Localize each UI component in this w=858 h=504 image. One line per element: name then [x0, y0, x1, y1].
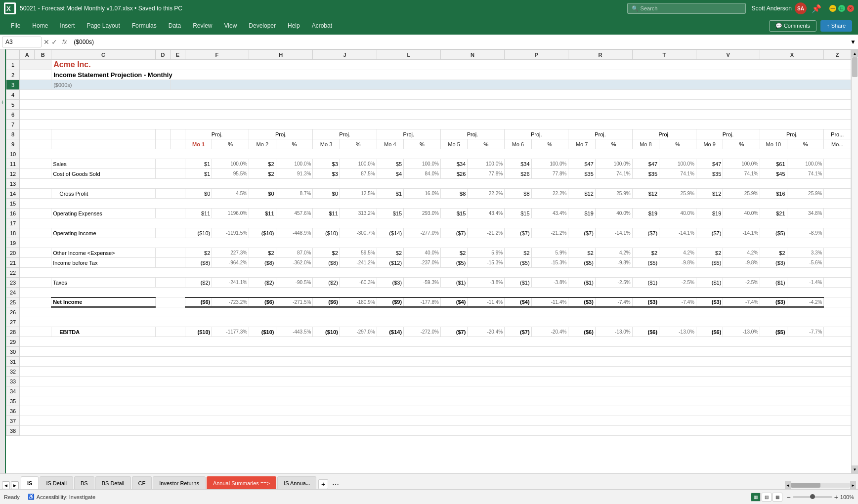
search-box[interactable]: 🔍 Search — [627, 3, 746, 14]
accept-formula-icon[interactable]: ✓ — [51, 38, 57, 46]
cell-reference-box[interactable]: A3 — [2, 37, 42, 47]
table-row: 5 — [6, 100, 851, 110]
proj-header-mo5: Proj. — [440, 129, 504, 139]
scroll-left-button[interactable]: ◄ — [785, 481, 791, 489]
tab-nav-left[interactable]: ◄ — [2, 481, 10, 489]
col-header-no[interactable]: N — [440, 50, 504, 60]
h-scroll-track[interactable] — [791, 483, 850, 488]
maximize-button[interactable]: □ — [838, 5, 845, 12]
formula-controls: ✕ ✓ fx — [43, 38, 70, 46]
sheet-tab-is-detail[interactable]: IS Detail — [40, 476, 73, 489]
sales-label: Sales — [51, 159, 156, 169]
ribbon-pin-icon[interactable]: 📌 — [812, 4, 821, 13]
tab-page-layout[interactable]: Page Layout — [82, 19, 125, 32]
tab-acrobat[interactable]: Acrobat — [307, 19, 337, 32]
col-header-d[interactable]: D — [156, 50, 171, 60]
cancel-formula-icon[interactable]: ✕ — [43, 38, 49, 46]
sales-mo10-pct: 100.0% — [787, 159, 824, 169]
tab-file[interactable]: File — [6, 19, 25, 32]
proj-header-mo1: Proj. — [185, 129, 249, 139]
zoom-out-button[interactable]: − — [786, 493, 790, 501]
proj-header-mo3: Proj. — [313, 129, 377, 139]
page-break-view-button[interactable]: ▩ — [772, 493, 782, 502]
scroll-thumb[interactable] — [852, 57, 858, 77]
table-row: 27 — [6, 317, 851, 327]
zoom-slider-thumb[interactable] — [810, 494, 815, 499]
col-header-hi[interactable]: H — [249, 50, 313, 60]
sales-mo7-pct: 100.0% — [595, 159, 632, 169]
ribbon: File Home Insert Page Layout Formulas Da… — [0, 17, 858, 35]
col-header-tu[interactable]: T — [632, 50, 696, 60]
cogs-mo1-pct: 95.5% — [212, 169, 249, 179]
table-row: 31 — [6, 357, 851, 367]
tab-nav-right[interactable]: ► — [11, 481, 19, 489]
comments-button[interactable]: 💬 Comments — [769, 20, 816, 32]
tab-view[interactable]: View — [219, 19, 242, 32]
tab-help[interactable]: Help — [283, 19, 305, 32]
status-bar: Ready ♿ Accessibility: Investigate ▦ ▤ ▩… — [0, 489, 858, 504]
sheet-tab-bs-detail[interactable]: BS Detail — [95, 476, 131, 489]
page-layout-view-button[interactable]: ▤ — [762, 493, 772, 502]
sales-mo9-pct: 100.0% — [723, 159, 760, 169]
table-row: 18 Operating Income ($10) -1191.5% ($10)… — [6, 228, 851, 238]
horizontal-scrollbar[interactable]: ◄ ► — [785, 481, 856, 489]
scroll-up-button[interactable]: ▲ — [852, 49, 858, 57]
units-cell[interactable]: ($000s) — [51, 80, 171, 90]
col-header-lm[interactable]: L — [377, 50, 440, 60]
tab-insert[interactable]: Insert — [55, 19, 80, 32]
pct-label-mo1: % — [212, 139, 249, 149]
vertical-scrollbar[interactable]: ▲ ▼ — [851, 49, 858, 473]
col-header-e[interactable]: E — [170, 50, 185, 60]
close-button[interactable]: ✕ — [847, 5, 854, 12]
formula-input[interactable] — [72, 37, 848, 47]
col-header-pq[interactable]: P — [505, 50, 568, 60]
sheet-tab-is-annual[interactable]: IS Annua... — [277, 476, 316, 489]
zoom-level: 100% — [840, 494, 854, 500]
table-row: 7 — [6, 120, 851, 129]
pct-label-mo10: % — [787, 139, 824, 149]
add-sheet-button[interactable]: + — [318, 479, 328, 489]
normal-view-button[interactable]: ▦ — [751, 493, 761, 502]
table-row: 26 — [6, 307, 851, 317]
sheet-options-button[interactable]: ⋯ — [329, 479, 342, 489]
sheet-tab-investor-returns[interactable]: Investor Returns — [153, 476, 206, 489]
tab-developer[interactable]: Developer — [244, 19, 281, 32]
col-header-z[interactable]: Z — [824, 50, 851, 60]
col-header-b[interactable]: B — [35, 50, 51, 60]
tab-review[interactable]: Review — [188, 19, 217, 32]
col-header-rs[interactable]: R — [568, 50, 632, 60]
minimize-button[interactable]: — — [829, 5, 836, 12]
col-header-xy[interactable]: X — [760, 50, 824, 60]
col-header-c[interactable]: C — [51, 50, 156, 60]
sheet-tab-bs[interactable]: BS — [74, 476, 94, 489]
col-header-jk[interactable]: J — [313, 50, 377, 60]
proj-header-mo2: Proj. — [249, 129, 313, 139]
month-label-mo8: Mo 8 — [632, 139, 659, 149]
tab-formulas[interactable]: Formulas — [127, 19, 162, 32]
zoom-slider[interactable] — [793, 496, 832, 498]
sheet-tab-annual-summaries[interactable]: Annual Summaries ==> — [207, 476, 276, 489]
pct-label-mo4: % — [404, 139, 441, 149]
scroll-right-button[interactable]: ► — [850, 481, 856, 489]
col-header-vw[interactable]: V — [696, 50, 760, 60]
month-label-mo9: Mo 9 — [696, 139, 723, 149]
user-area: Scott Anderson SA — [752, 2, 807, 14]
table-row: 22 — [6, 268, 851, 278]
grid-area[interactable]: A B C D E F H J L N P R T V X — [6, 49, 851, 473]
h-scroll-thumb[interactable] — [791, 483, 820, 488]
sheet-tab-cf[interactable]: CF — [132, 476, 152, 489]
formula-expand-icon[interactable]: ▼ — [850, 39, 856, 45]
zoom-in-button[interactable]: + — [834, 493, 838, 501]
freeze-group — [20, 60, 51, 70]
col-header-a[interactable]: A — [20, 50, 35, 60]
scroll-down-button[interactable]: ▼ — [852, 465, 858, 473]
tab-home[interactable]: Home — [27, 19, 53, 32]
accessibility-indicator[interactable]: ♿ Accessibility: Investigate — [28, 494, 95, 500]
col-header-fg[interactable]: F — [185, 50, 249, 60]
tab-data[interactable]: Data — [164, 19, 186, 32]
share-button[interactable]: ↑ Share — [820, 20, 852, 32]
user-name: Scott Anderson — [752, 5, 792, 12]
pct-label-mo5: % — [468, 139, 505, 149]
expand-icon[interactable]: + — [0, 99, 4, 106]
sheet-tab-is[interactable]: IS — [21, 476, 39, 489]
